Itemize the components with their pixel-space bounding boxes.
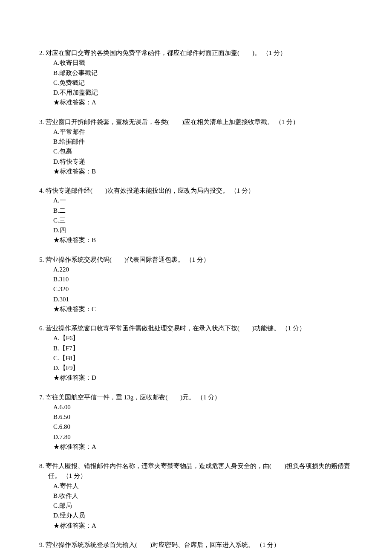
- question-option: A.220: [53, 265, 353, 275]
- question-option: D.301: [53, 295, 353, 304]
- question: 4. 特快专递邮件经( )次有效投递未能投出的，应改为局内投交。 （1 分）A.…: [39, 186, 353, 246]
- question-options: A.220B.310C.320D.301: [39, 265, 353, 304]
- question-option: B.二: [53, 206, 353, 216]
- question: 7. 寄往美国航空平信一件，重 13g，应收邮费( )元。 （1 分）A.6.0…: [39, 393, 353, 452]
- question-option: C.免费戳记: [53, 78, 353, 88]
- question-option: D.【F9】: [53, 363, 353, 373]
- question-option: A.一: [53, 196, 353, 205]
- question: 5. 营业操作系统交易代码( )代表国际普通包裹。 （1 分）A.220B.31…: [39, 255, 353, 315]
- question: 6. 营业操作系统窗口收寄平常函件需做批处理交易时，在录入状态下按( )功能键。…: [39, 324, 353, 383]
- question-option: A.【F6】: [53, 333, 353, 343]
- document-body: 2. 对应在窗口交寄的各类国内免费平常函件，都应在邮件封面正面加盖( )。 （1…: [39, 48, 353, 550]
- question-stem: 3. 营业窗口开拆邮件袋套，查核无误后，各类( )应在相关清单上加盖接收章戳。 …: [39, 117, 353, 127]
- question-stem: 6. 营业操作系统窗口收寄平常函件需做批处理交易时，在录入状态下按( )功能键。…: [39, 324, 353, 333]
- question: 2. 对应在窗口交寄的各类国内免费平常函件，都应在邮件封面正面加盖( )。 （1…: [39, 48, 353, 108]
- question-option: C.6.80: [53, 422, 353, 432]
- question-option: B.邮政公事戳记: [53, 68, 353, 78]
- question-option: C.邮局: [53, 501, 353, 511]
- question-answer: ★标准答案：D: [39, 373, 353, 383]
- question-options: A.收寄日戳B.邮政公事戳记C.免费戳记D.不用加盖戳记: [39, 58, 353, 98]
- question-option: D.7.80: [53, 432, 353, 442]
- question-option: B.6.50: [53, 412, 353, 422]
- question: 8. 寄件人匿报、错报邮件内件名称，违章夹寄禁寄物品，造成危害人身安全的，由( …: [39, 461, 353, 531]
- question-option: B.给据邮件: [53, 137, 353, 147]
- question-answer: ★标准答案：C: [39, 304, 353, 314]
- question-option: A.寄件人: [53, 481, 353, 491]
- question-stem: 7. 寄往美国航空平信一件，重 13g，应收邮费( )元。 （1 分）: [39, 393, 353, 402]
- question-options: A.平常邮件B.给据邮件C.包裹D.特快专递: [39, 127, 353, 167]
- question-option: D.特快专递: [53, 157, 353, 167]
- question: 3. 营业窗口开拆邮件袋套，查核无误后，各类( )应在相关清单上加盖接收章戳。 …: [39, 117, 353, 177]
- question-option: B.310: [53, 275, 353, 284]
- question-option: A.平常邮件: [53, 127, 353, 137]
- question-option: C.【F8】: [53, 353, 353, 363]
- question-answer: ★标准答案：A: [39, 521, 353, 531]
- question-options: A.寄件人B.收件人C.邮局D.经办人员: [39, 481, 353, 521]
- question-stem: 9. 营业操作系统系统登录首先输入( )对应密码、台席后，回车进入系统。 （1 …: [39, 540, 353, 550]
- question-answer: ★标准答案：B: [39, 167, 353, 176]
- question-answer: ★标准答案：B: [39, 235, 353, 245]
- question-answer: ★标准答案：A: [39, 442, 353, 452]
- question-options: A.6.00B.6.50C.6.80D.7.80: [39, 402, 353, 442]
- question-answer: ★标准答案：A: [39, 98, 353, 107]
- question: 9. 营业操作系统系统登录首先输入( )对应密码、台席后，回车进入系统。 （1 …: [39, 540, 353, 550]
- question-options: A.一B.二C.三D.四: [39, 196, 353, 235]
- question-option: C.包裹: [53, 147, 353, 156]
- question-stem: 8. 寄件人匿报、错报邮件内件名称，违章夹寄禁寄物品，造成危害人身安全的，由( …: [39, 461, 353, 481]
- question-option: D.不用加盖戳记: [53, 88, 353, 98]
- question-option: B.收件人: [53, 491, 353, 501]
- question-option: D.经办人员: [53, 511, 353, 520]
- question-option: C.320: [53, 284, 353, 294]
- question-option: A.收寄日戳: [53, 58, 353, 68]
- question-stem: 4. 特快专递邮件经( )次有效投递未能投出的，应改为局内投交。 （1 分）: [39, 186, 353, 196]
- question-option: D.四: [53, 225, 353, 235]
- question-option: B.【F7】: [53, 344, 353, 353]
- question-stem: 2. 对应在窗口交寄的各类国内免费平常函件，都应在邮件封面正面加盖( )。 （1…: [39, 48, 353, 58]
- question-option: C.三: [53, 216, 353, 225]
- question-stem: 5. 营业操作系统交易代码( )代表国际普通包裹。 （1 分）: [39, 255, 353, 265]
- question-option: A.6.00: [53, 402, 353, 412]
- question-options: A.【F6】B.【F7】C.【F8】D.【F9】: [39, 333, 353, 373]
